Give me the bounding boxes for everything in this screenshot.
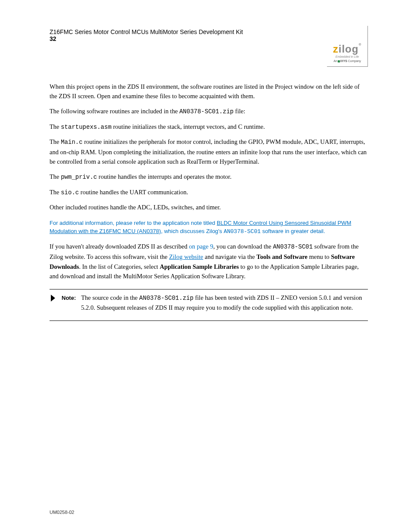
li3-file: pwm_priv.c — [61, 174, 97, 180]
logo-text: zilog® — [327, 44, 367, 54]
p3-bold3: Application Sample Libraries — [160, 263, 239, 270]
logo-z: z — [333, 43, 339, 55]
note-block: Note: The source code in the AN0378-SC01… — [50, 293, 368, 313]
logo-sub2-a: An — [333, 59, 337, 62]
page-number: 32 — [50, 35, 56, 42]
p3a: If you haven't already downloaded ZDS II… — [50, 243, 189, 250]
highlight-note: For additional information, please refer… — [50, 219, 368, 236]
li2-post: routine initializes the peripherals for … — [50, 138, 367, 165]
p2-file: AN0378-SC01.zip — [179, 108, 234, 115]
hl-a: For additional information, please refer… — [50, 220, 217, 226]
li1-file: startupexs.asm — [61, 124, 112, 131]
p3-code1: AN0378-SC01 — [273, 243, 312, 250]
note-arrow-icon — [50, 294, 56, 302]
li4-pre: The — [50, 189, 61, 196]
divider-bottom — [50, 320, 368, 321]
body-content: When this project opens in the ZDS II en… — [50, 82, 368, 321]
divider-top — [50, 289, 368, 289]
doc-title: Z16FMC Series Motor Control MCUs MultiMo… — [50, 28, 243, 35]
note-a: The source code in the — [81, 294, 139, 301]
page-header: Z16FMC Series Motor Control MCUs MultiMo… — [50, 26, 368, 69]
p3g: . In the list of Categories, select — [79, 263, 160, 270]
li1-pre: The — [50, 123, 61, 130]
hl-b: , which discusses Zilog's — [161, 228, 224, 234]
p3b-pagelink[interactable]: on page 9 — [189, 243, 213, 250]
logo-tagline: Embedded in Life — [327, 55, 367, 58]
note-text: The source code in the AN0378-SC01.zip f… — [81, 293, 368, 313]
list-item-2: The Main.c routine initializes the perip… — [50, 137, 368, 167]
li3-post: routine handles the interrupts and opera… — [97, 173, 231, 180]
li2-file: Main.c — [61, 139, 82, 146]
note-label: Note: — [62, 294, 76, 302]
p3f: menu to — [308, 253, 331, 260]
list-item-3: The pwm_priv.c routine handles the inter… — [50, 172, 368, 182]
page: Z16FMC Series Motor Control MCUs MultiMo… — [0, 0, 411, 532]
list-item-1: The startupexs.asm routine initializes t… — [50, 122, 368, 132]
logo-reg-mark: ® — [358, 43, 361, 47]
logo-company-line: AnIXYS Company — [327, 59, 367, 62]
li1-post: routine initializes the stack, interrupt… — [112, 123, 265, 130]
hl-c: software in greater detail. — [261, 228, 325, 234]
list-item-5: Other included routines handle the ADC, … — [50, 202, 368, 212]
footer: UM0258-02 — [50, 510, 74, 515]
p3c: , you can download the — [213, 243, 273, 250]
p2-lead: The following software routines are incl… — [50, 108, 179, 115]
company-logo: zilog® Embedded in Life AnIXYS Company — [327, 26, 368, 67]
logo-sub2-b: IXYS — [340, 59, 347, 62]
paragraph-2: The following software routines are incl… — [50, 106, 368, 117]
logo-ilog: ilog — [339, 43, 359, 55]
note-code: AN0378-SC01.zip — [139, 295, 193, 302]
p2-tail: file: — [234, 108, 245, 115]
li2-pre: The — [50, 138, 61, 145]
p3e: and navigate via the — [203, 253, 257, 260]
svg-marker-0 — [51, 295, 55, 302]
li4-post: routine handles the UART communication. — [79, 189, 188, 196]
p3-bold1: Tools and Software — [256, 253, 307, 260]
paragraph-3: If you haven't already downloaded ZDS II… — [50, 242, 368, 281]
li4-file: sio.c — [61, 189, 79, 196]
zilog-website-link[interactable]: Zilog website — [169, 253, 203, 260]
list-item-4: The sio.c routine handles the UART commu… — [50, 187, 368, 198]
logo-square-icon — [338, 60, 340, 62]
li3-pre: The — [50, 173, 61, 180]
hl-code: AN0378-SC01 — [224, 228, 261, 235]
paragraph-1: When this project opens in the ZDS II en… — [50, 82, 368, 101]
logo-sub2-c: Company — [348, 59, 361, 62]
